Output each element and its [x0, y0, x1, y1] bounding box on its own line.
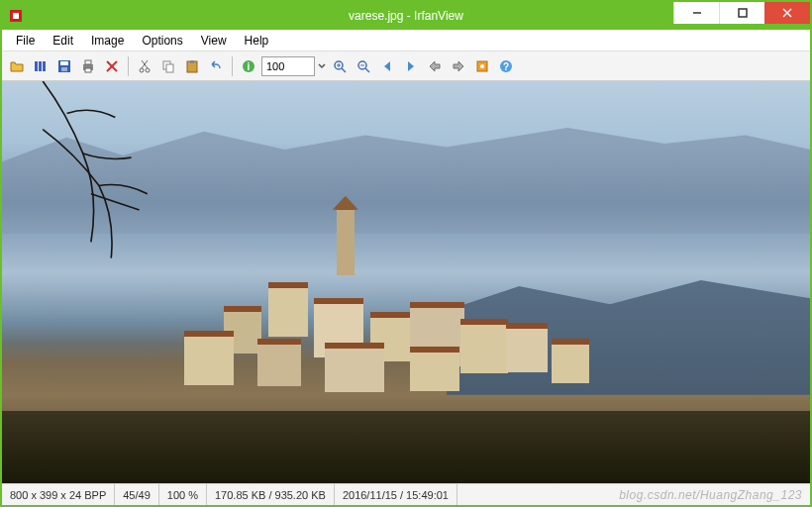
menu-file[interactable]: File [8, 32, 43, 50]
minimize-button[interactable] [673, 2, 719, 24]
svg-rect-8 [43, 61, 46, 71]
zoom-out-button[interactable] [353, 55, 374, 77]
window-controls [673, 2, 810, 30]
menu-image[interactable]: Image [83, 32, 132, 50]
delete-icon [104, 58, 120, 74]
svg-rect-7 [39, 61, 42, 71]
status-datetime: 2016/11/15 / 15:49:01 [335, 484, 457, 505]
next-button[interactable] [400, 55, 422, 77]
chevron-down-icon[interactable] [317, 58, 327, 74]
app-window: varese.jpg - IrfanView File Edit Image O… [0, 0, 812, 507]
menu-options[interactable]: Options [134, 32, 190, 50]
next-page-button[interactable] [448, 55, 469, 77]
next-page-icon [451, 58, 466, 74]
prev-page-button[interactable] [424, 55, 446, 77]
menubar: File Edit Image Options View Help [2, 30, 810, 51]
open-icon [9, 58, 25, 74]
svg-rect-22 [166, 64, 173, 72]
cut-button[interactable] [134, 55, 155, 77]
separator [128, 56, 129, 76]
slideshow-button[interactable] [30, 55, 51, 77]
slideshow-icon [33, 58, 49, 74]
zoom-select[interactable] [261, 56, 315, 76]
close-button[interactable] [764, 2, 810, 24]
about-button[interactable]: ? [495, 55, 517, 77]
svg-rect-14 [85, 68, 91, 72]
image-canvas[interactable] [2, 81, 810, 483]
status-index: 45/49 [115, 484, 159, 505]
svg-text:?: ? [503, 61, 509, 72]
open-button[interactable] [6, 55, 28, 77]
print-button[interactable] [77, 55, 99, 77]
maximize-button[interactable] [719, 2, 764, 24]
status-zoom: 100 % [159, 484, 207, 505]
info-button[interactable]: i [238, 55, 259, 77]
displayed-image [2, 81, 810, 483]
info-icon: i [241, 58, 256, 74]
minimize-icon [692, 8, 702, 18]
print-icon [80, 58, 96, 74]
zoom-in-icon [332, 58, 348, 74]
settings-button[interactable] [471, 55, 493, 77]
status-size: 170.85 KB / 935.20 KB [207, 484, 335, 505]
separator [232, 56, 233, 76]
status-dimensions: 800 x 399 x 24 BPP [2, 484, 115, 505]
paste-icon [184, 58, 200, 74]
svg-point-35 [480, 64, 484, 68]
svg-point-17 [140, 68, 144, 72]
copy-button[interactable] [157, 55, 179, 77]
svg-text:i: i [248, 61, 251, 72]
paste-button[interactable] [181, 55, 203, 77]
svg-rect-10 [60, 61, 68, 65]
about-icon: ? [498, 58, 514, 74]
toolbar: i ? [2, 51, 810, 81]
svg-rect-6 [35, 61, 38, 71]
svg-rect-1 [13, 13, 19, 19]
menu-view[interactable]: View [193, 32, 235, 50]
svg-rect-24 [190, 60, 194, 63]
save-button[interactable] [53, 55, 75, 77]
svg-line-32 [365, 68, 369, 72]
settings-icon [474, 58, 490, 74]
statusbar: 800 x 399 x 24 BPP 45/49 100 % 170.85 KB… [2, 483, 810, 505]
svg-rect-11 [61, 67, 67, 71]
prev-button[interactable] [376, 55, 398, 77]
svg-point-18 [146, 68, 150, 72]
watermark: blog.csdn.net/HuangZhang_123 [619, 488, 802, 502]
undo-icon [208, 58, 224, 74]
svg-line-28 [342, 68, 346, 72]
zoom-in-button[interactable] [329, 55, 351, 77]
close-icon [782, 8, 792, 18]
cut-icon [137, 58, 152, 74]
delete-button[interactable] [101, 55, 123, 77]
maximize-icon [738, 8, 748, 18]
svg-rect-3 [739, 9, 747, 17]
prev-page-icon [427, 58, 443, 74]
titlebar[interactable]: varese.jpg - IrfanView [2, 2, 810, 30]
undo-button[interactable] [205, 55, 227, 77]
prev-icon [379, 58, 395, 74]
zoom-out-icon [355, 58, 371, 74]
save-icon [56, 58, 72, 74]
menu-edit[interactable]: Edit [45, 32, 81, 50]
next-icon [403, 58, 419, 74]
copy-icon [160, 58, 176, 74]
svg-rect-13 [85, 60, 91, 64]
menu-help[interactable]: Help [237, 32, 277, 50]
app-icon [8, 8, 24, 24]
